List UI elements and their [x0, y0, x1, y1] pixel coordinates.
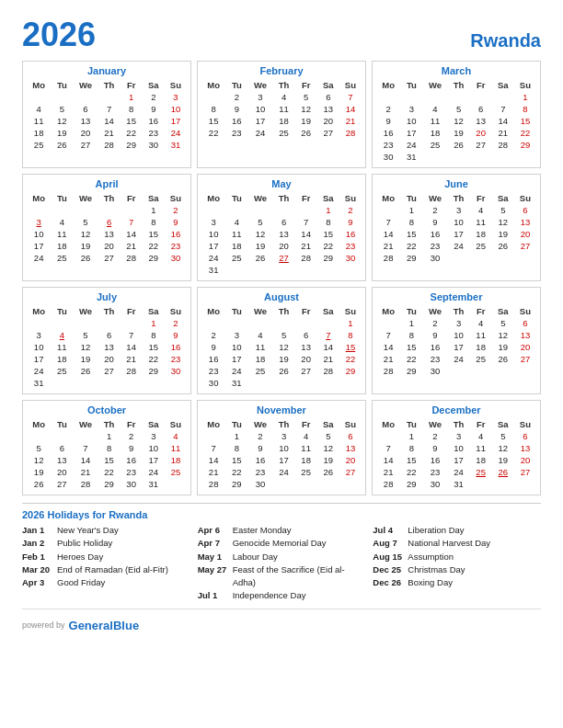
holiday-date: Apr 7 — [198, 537, 229, 550]
cal-day: 10 — [225, 341, 247, 353]
col-header-th: Th — [98, 305, 120, 317]
cal-day: 16 — [339, 228, 362, 240]
cal-day: 29 — [121, 139, 143, 151]
cal-day: 8 — [317, 216, 339, 228]
month-title: December — [376, 404, 536, 415]
col-header-mo: Mo — [376, 79, 400, 91]
cal-day — [51, 204, 73, 216]
cal-day: 7 — [98, 103, 120, 115]
cal-day — [514, 478, 536, 490]
col-header-fr: Fr — [295, 79, 317, 91]
holiday-date: Jan 2 — [22, 537, 53, 550]
cal-day — [492, 478, 514, 490]
cal-day: 19 — [73, 240, 98, 252]
month-block-july: JulyMoTuWeThFrSaSu1234567891011121314151… — [22, 287, 191, 394]
cal-day — [73, 430, 98, 442]
cal-day: 25 — [51, 252, 73, 264]
holiday-item: Jan 2Public Holiday — [22, 537, 190, 550]
cal-day: 15 — [317, 228, 339, 240]
cal-day: 5 — [447, 103, 469, 115]
cal-day — [98, 317, 120, 329]
holiday-item: May 1Labour Day — [198, 551, 366, 563]
cal-day: 1 — [400, 430, 422, 442]
cal-day — [470, 91, 492, 103]
cal-day: 13 — [339, 442, 362, 454]
holidays-title: 2026 Holidays for Rwanda — [22, 509, 541, 520]
page-header: 2026 Rwanda — [22, 18, 541, 51]
cal-day: 6 — [98, 216, 120, 228]
cal-day: 27 — [514, 240, 536, 252]
cal-day — [422, 91, 447, 103]
cal-day: 25 — [51, 365, 73, 377]
cal-day: 4 — [165, 430, 187, 442]
holiday-name: Easter Monday — [233, 524, 292, 537]
cal-day — [376, 430, 400, 442]
cal-day — [339, 264, 362, 276]
cal-day: 4 — [295, 430, 317, 442]
holiday-item: Jul 1Independence Day — [198, 589, 366, 602]
cal-day: 16 — [165, 228, 187, 240]
cal-day: 5 — [295, 91, 317, 103]
cal-day: 18 — [272, 115, 294, 127]
holiday-date: Mar 20 — [22, 563, 53, 576]
cal-day: 18 — [247, 353, 272, 365]
cal-day: 16 — [376, 127, 400, 139]
cal-day: 9 — [422, 216, 447, 228]
col-header-tu: Tu — [400, 418, 422, 430]
cal-day: 26 — [73, 365, 98, 377]
cal-day: 11 — [51, 228, 73, 240]
cal-day: 19 — [492, 454, 514, 466]
col-header-fr: Fr — [121, 192, 143, 204]
col-header-fr: Fr — [295, 418, 317, 430]
col-header-we: We — [247, 79, 272, 91]
holiday-date: Dec 26 — [373, 576, 404, 589]
cal-day: 18 — [225, 240, 247, 252]
col-header-mo: Mo — [27, 418, 51, 430]
cal-day: 5 — [27, 442, 51, 454]
cal-day: 6 — [514, 430, 536, 442]
col-header-we: We — [247, 305, 272, 317]
cal-day: 30 — [422, 365, 447, 377]
cal-day: 29 — [339, 365, 362, 377]
cal-day: 15 — [400, 454, 422, 466]
cal-day: 25 — [470, 466, 492, 478]
cal-day: 12 — [295, 103, 317, 115]
cal-day: 10 — [165, 103, 187, 115]
cal-day: 8 — [143, 216, 165, 228]
cal-day: 19 — [73, 353, 98, 365]
cal-day: 18 — [295, 454, 317, 466]
cal-day: 20 — [514, 228, 536, 240]
holiday-item: Apr 3Good Friday — [22, 576, 190, 589]
cal-day: 16 — [422, 228, 447, 240]
col-header-mo: Mo — [201, 79, 225, 91]
cal-day — [492, 365, 514, 377]
col-header-we: We — [73, 79, 98, 91]
month-title: September — [376, 291, 536, 302]
col-header-sa: Sa — [143, 305, 165, 317]
cal-day: 14 — [376, 228, 400, 240]
cal-day: 8 — [514, 103, 536, 115]
cal-day: 3 — [400, 103, 422, 115]
powered-by: powered by GeneralBlue — [22, 619, 541, 632]
cal-day — [201, 317, 225, 329]
cal-day: 11 — [470, 442, 492, 454]
cal-day: 31 — [447, 478, 469, 490]
holiday-name: Liberation Day — [408, 524, 464, 537]
cal-day: 27 — [514, 466, 536, 478]
col-header-we: We — [247, 192, 272, 204]
cal-day: 7 — [376, 329, 400, 341]
col-header-su: Su — [339, 79, 362, 91]
cal-day: 21 — [121, 240, 143, 252]
cal-day: 25 — [422, 139, 447, 151]
cal-day: 1 — [400, 204, 422, 216]
cal-day: 26 — [247, 252, 272, 264]
cal-day: 17 — [27, 353, 51, 365]
holiday-name: Genocide Memorial Day — [233, 537, 327, 550]
col-header-th: Th — [98, 418, 120, 430]
cal-day: 8 — [143, 329, 165, 341]
cal-day: 26 — [51, 139, 73, 151]
cal-day: 2 — [165, 204, 187, 216]
cal-day: 13 — [98, 341, 120, 353]
cal-day: 5 — [247, 216, 272, 228]
cal-day: 3 — [201, 216, 225, 228]
